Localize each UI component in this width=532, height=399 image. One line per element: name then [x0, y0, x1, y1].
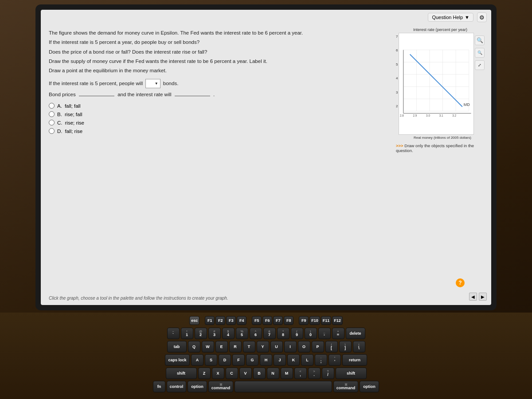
- key-2[interactable]: @2: [195, 328, 207, 339]
- key-s[interactable]: S: [205, 354, 217, 366]
- key-f1[interactable]: F1: [205, 316, 215, 325]
- key-b[interactable]: B: [253, 368, 266, 379]
- key-e[interactable]: E: [215, 341, 228, 352]
- key-n[interactable]: N: [267, 368, 279, 379]
- prev-button[interactable]: ◀: [469, 293, 477, 301]
- graph-with-axis: 7 6 5 4 3 2: [396, 33, 485, 135]
- key-f9[interactable]: F9: [299, 316, 309, 325]
- key-backslash[interactable]: |\: [353, 341, 365, 352]
- draw-arrow-icon: >>>: [396, 143, 403, 148]
- laptop-body: Question Help ▼ ⚙ The figure shows the d…: [0, 0, 532, 399]
- key-caps-lock[interactable]: caps lock: [165, 354, 190, 366]
- radio-option-C[interactable]: C. rise; rise: [49, 120, 381, 125]
- next-button[interactable]: ▶: [479, 293, 487, 301]
- key-minus[interactable]: _-: [318, 328, 331, 339]
- key-g[interactable]: G: [246, 354, 258, 366]
- key-p[interactable]: P: [312, 341, 324, 352]
- key-f11[interactable]: F11: [321, 316, 332, 325]
- key-comma[interactable]: <,: [294, 368, 307, 379]
- key-8[interactable]: *8: [277, 328, 289, 339]
- key-c[interactable]: C: [226, 368, 238, 379]
- bonds-dropdown[interactable]: ▼: [145, 79, 160, 88]
- radio-label-C: C.: [57, 120, 63, 125]
- key-semicolon[interactable]: :;: [315, 354, 327, 366]
- question-help-button[interactable]: Question Help ▼: [428, 13, 473, 22]
- key-f4[interactable]: F4: [237, 316, 246, 325]
- key-bracket-left[interactable]: {[: [325, 341, 338, 352]
- key-q[interactable]: Q: [188, 341, 200, 352]
- key-return[interactable]: return: [342, 354, 367, 366]
- qwerty-row: tab Q W E R T Y U I O P {[ }] |\: [167, 341, 365, 352]
- key-3[interactable]: #3: [208, 328, 221, 339]
- key-y[interactable]: Y: [257, 341, 269, 352]
- svg-text:2.8: 2.8: [400, 114, 404, 117]
- key-backtick[interactable]: ~`: [167, 328, 180, 339]
- key-shift-left[interactable]: shift: [166, 368, 197, 379]
- question-line-3: Does the price of a bond rise or fall? D…: [49, 48, 381, 56]
- key-option-left[interactable]: option: [188, 381, 207, 392]
- key-shift-right[interactable]: shift: [336, 368, 367, 379]
- key-t[interactable]: T: [243, 341, 255, 352]
- key-o[interactable]: O: [298, 341, 310, 352]
- key-i[interactable]: I: [284, 341, 297, 352]
- key-period[interactable]: >.: [308, 368, 321, 379]
- key-f[interactable]: F: [232, 354, 245, 366]
- key-command-left[interactable]: ⌘ command: [208, 381, 233, 392]
- key-5[interactable]: %5: [236, 328, 248, 339]
- key-esc[interactable]: esc: [189, 316, 200, 325]
- key-slash[interactable]: ?/: [322, 368, 334, 379]
- radio-option-A[interactable]: A. fall; fall: [49, 103, 381, 109]
- key-f10[interactable]: F10: [309, 316, 320, 325]
- key-f5[interactable]: F5: [252, 316, 262, 325]
- key-delete[interactable]: delete: [346, 328, 365, 339]
- expand-icon-button[interactable]: ⤢: [475, 60, 485, 70]
- key-6[interactable]: ^6: [250, 328, 262, 339]
- y-axis-labels: 7 6 5 4 3 2: [396, 33, 398, 117]
- top-bar: Question Help ▼ ⚙: [423, 10, 491, 25]
- graph-area: Interest rate (percent per year) 7 6 5 4…: [396, 27, 485, 140]
- key-u[interactable]: U: [270, 341, 283, 352]
- key-f8[interactable]: F8: [284, 316, 293, 325]
- key-f6[interactable]: F6: [262, 316, 272, 325]
- key-d[interactable]: D: [219, 354, 231, 366]
- key-equals[interactable]: +=: [332, 328, 344, 339]
- help-circle-button[interactable]: ?: [456, 278, 465, 287]
- key-command-right[interactable]: ⌘ command: [333, 381, 358, 392]
- key-control[interactable]: control: [167, 381, 186, 392]
- key-space[interactable]: [235, 381, 332, 392]
- key-4[interactable]: $4: [222, 328, 235, 339]
- key-f12[interactable]: F12: [332, 316, 343, 325]
- key-0[interactable]: )0: [305, 328, 317, 339]
- key-9[interactable]: (9: [291, 328, 303, 339]
- svg-text:3.2: 3.2: [453, 114, 457, 117]
- key-r[interactable]: R: [229, 341, 242, 352]
- key-w[interactable]: W: [202, 341, 214, 352]
- draw-instruction: >>> Draw only the objects specified in t…: [396, 143, 485, 153]
- key-v[interactable]: V: [239, 368, 252, 379]
- key-m[interactable]: M: [281, 368, 293, 379]
- key-f3[interactable]: F3: [226, 316, 236, 325]
- key-option-right[interactable]: option: [360, 381, 379, 392]
- radio-option-D[interactable]: D. fall; rise: [49, 128, 381, 134]
- key-bracket-right[interactable]: }]: [339, 341, 352, 352]
- key-tab[interactable]: tab: [167, 341, 187, 352]
- key-f2[interactable]: F2: [215, 316, 225, 325]
- key-1[interactable]: !1: [181, 328, 193, 339]
- key-j[interactable]: J: [274, 354, 286, 366]
- key-fn[interactable]: fn: [153, 381, 165, 392]
- key-h[interactable]: H: [260, 354, 272, 366]
- graph-canvas[interactable]: MD 2.8 2.9 3.0 3.1 3.2: [399, 33, 474, 135]
- key-f7[interactable]: F7: [273, 316, 283, 325]
- gear-button[interactable]: ⚙: [477, 12, 487, 22]
- key-z[interactable]: Z: [198, 368, 211, 379]
- radio-option-B[interactable]: B. rise; fall: [49, 111, 381, 117]
- key-x[interactable]: X: [212, 368, 224, 379]
- zoom-icon-button[interactable]: 🔍: [475, 48, 485, 58]
- key-k[interactable]: K: [287, 354, 300, 366]
- interest-rate-blank: [175, 96, 210, 96]
- key-a[interactable]: A: [191, 354, 203, 366]
- search-icon-button[interactable]: 🔍: [475, 35, 485, 45]
- key-l[interactable]: L: [301, 354, 313, 366]
- key-7[interactable]: &7: [263, 328, 276, 339]
- key-quote[interactable]: "': [329, 354, 341, 366]
